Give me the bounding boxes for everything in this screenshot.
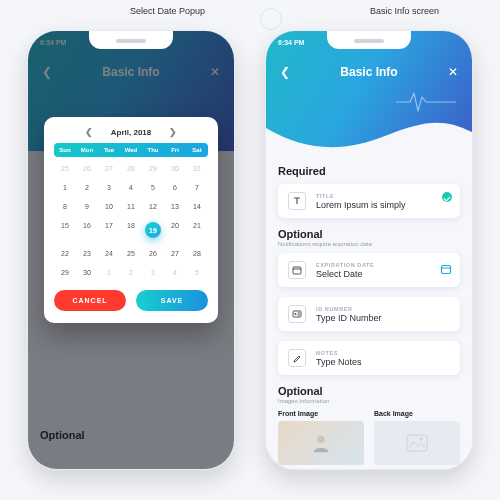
svg-rect-2 — [442, 266, 451, 274]
back-image-upload[interactable] — [374, 421, 460, 465]
hero-wave — [266, 118, 472, 152]
field-title[interactable]: TITLE Lorem Ipsum is simply — [278, 184, 460, 218]
calendar-day: 3 — [142, 265, 164, 280]
section-images-sub: Images Information — [278, 398, 460, 404]
calendar-day: 29 — [142, 161, 164, 176]
weekday-cell: Thu — [142, 143, 164, 157]
calendar-day[interactable]: 30 — [76, 265, 98, 280]
weekday-cell: Mon — [76, 143, 98, 157]
calendar-day[interactable]: 17 — [98, 218, 120, 242]
calendar-day[interactable]: 8 — [54, 199, 76, 214]
calendar-day[interactable]: 5 — [142, 180, 164, 195]
calendar-day: 25 — [54, 161, 76, 176]
front-image-upload[interactable] — [278, 421, 364, 465]
calendar-day: 26 — [76, 161, 98, 176]
calendar-grid: 2526272829303112345678910111213141516171… — [54, 161, 208, 280]
calendar-day[interactable]: 28 — [186, 246, 208, 261]
calendar-day[interactable]: 16 — [76, 218, 98, 242]
calendar-day: 5 — [186, 265, 208, 280]
calendar-day[interactable]: 1 — [54, 180, 76, 195]
field-value: Select Date — [316, 269, 374, 279]
field-label: ID NUMBER — [316, 306, 382, 312]
valid-check-icon — [442, 192, 452, 202]
id-card-icon — [288, 305, 306, 323]
form-body: Required TITLE Lorem Ipsum is simply Opt… — [266, 151, 472, 469]
svg-rect-4 — [293, 311, 301, 317]
calendar-day: 4 — [164, 265, 186, 280]
calendar-day[interactable]: 19 — [142, 218, 164, 242]
cancel-button[interactable]: CANCEL — [54, 290, 126, 311]
back-image-label: Back Image — [374, 410, 460, 417]
field-label: TITLE — [316, 193, 406, 199]
calendar-day[interactable]: 12 — [142, 199, 164, 214]
calendar-day[interactable]: 29 — [54, 265, 76, 280]
calendar-day[interactable]: 26 — [142, 246, 164, 261]
calendar-day: 28 — [120, 161, 142, 176]
calendar-day[interactable]: 10 — [98, 199, 120, 214]
phone-date-popup: 6:34 PM ❮ Basic Info ✕ Optional ❮ April,… — [27, 30, 235, 470]
calendar-day[interactable]: 15 — [54, 218, 76, 242]
pencil-icon — [288, 349, 306, 367]
decor-circle — [260, 8, 282, 30]
svg-point-8 — [317, 436, 324, 443]
month-label: April, 2018 — [111, 128, 151, 137]
next-month-button[interactable]: ❯ — [165, 127, 181, 137]
calendar-day[interactable]: 23 — [76, 246, 98, 261]
caption-right: Basic Info screen — [370, 6, 439, 16]
phone-basic-info: 6:34 PM ❮ Basic Info ✕ Required — [265, 30, 473, 470]
calendar-day[interactable]: 4 — [120, 180, 142, 195]
open-calendar-icon[interactable] — [440, 263, 452, 275]
calendar-day[interactable]: 27 — [164, 246, 186, 261]
calendar-day[interactable]: 9 — [76, 199, 98, 214]
calendar-day[interactable]: 11 — [120, 199, 142, 214]
field-expiration-date[interactable]: EXPIRATION DATE Select Date — [278, 253, 460, 287]
section-optional-heading: Optional — [278, 228, 460, 240]
weekday-cell: Fri — [164, 143, 186, 157]
section-optional-sub: Notifications require expiration date — [278, 241, 460, 247]
calendar-day: 31 — [186, 161, 208, 176]
weekday-cell: Tue — [98, 143, 120, 157]
calendar-day[interactable]: 21 — [186, 218, 208, 242]
heartbeat-icon — [396, 89, 456, 115]
calendar-day: 30 — [164, 161, 186, 176]
date-picker-popup: ❮ April, 2018 ❯ SunMonTueWedThuFriSat 25… — [44, 117, 218, 323]
svg-point-5 — [295, 313, 297, 315]
field-value: Type ID Number — [316, 313, 382, 323]
section-images-heading: Optional — [278, 385, 460, 397]
calendar-day[interactable]: 24 — [98, 246, 120, 261]
front-image-label: Front Image — [278, 410, 364, 417]
calendar-day[interactable]: 3 — [98, 180, 120, 195]
notch — [327, 31, 411, 49]
calendar-day[interactable]: 22 — [54, 246, 76, 261]
calendar-day: 2 — [120, 265, 142, 280]
calendar-day[interactable]: 18 — [120, 218, 142, 242]
close-button[interactable]: ✕ — [446, 65, 460, 79]
caption-left: Select Date Popup — [130, 6, 205, 16]
weekday-cell: Sat — [186, 143, 208, 157]
field-id-number[interactable]: ID NUMBER Type ID Number — [278, 297, 460, 331]
text-icon — [288, 192, 306, 210]
calendar-day[interactable]: 25 — [120, 246, 142, 261]
save-button[interactable]: SAVE — [136, 290, 208, 311]
calendar-day[interactable]: 14 — [186, 199, 208, 214]
back-button[interactable]: ❮ — [278, 65, 292, 79]
calendar-day[interactable]: 6 — [164, 180, 186, 195]
svg-point-10 — [420, 438, 423, 441]
prev-month-button[interactable]: ❮ — [81, 127, 97, 137]
field-value: Type Notes — [316, 357, 362, 367]
weekday-cell: Sun — [54, 143, 76, 157]
svg-rect-9 — [407, 435, 427, 451]
field-label: NOTES — [316, 350, 362, 356]
svg-rect-0 — [293, 267, 301, 274]
calendar-day: 1 — [98, 265, 120, 280]
hero: 6:34 PM ❮ Basic Info ✕ — [266, 31, 472, 151]
field-value: Lorem Ipsum is simply — [316, 200, 406, 210]
calendar-day[interactable]: 2 — [76, 180, 98, 195]
status-time: 6:34 PM — [278, 39, 304, 46]
weekday-header: SunMonTueWedThuFriSat — [54, 143, 208, 157]
calendar-day[interactable]: 7 — [186, 180, 208, 195]
calendar-day[interactable]: 20 — [164, 218, 186, 242]
field-label: EXPIRATION DATE — [316, 262, 374, 268]
calendar-day[interactable]: 13 — [164, 199, 186, 214]
field-notes[interactable]: NOTES Type Notes — [278, 341, 460, 375]
